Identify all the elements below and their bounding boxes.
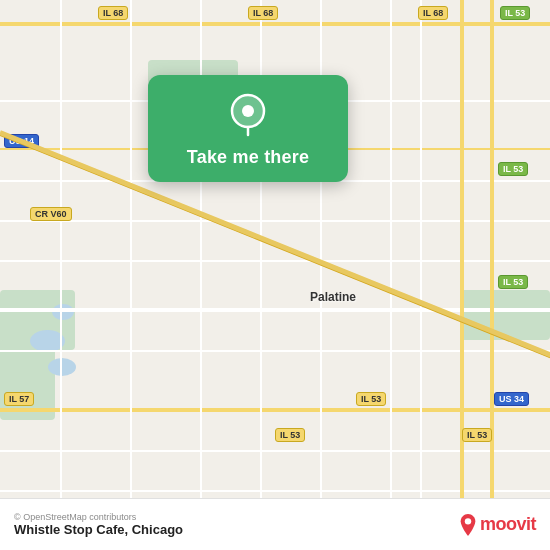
bottom-bar: © OpenStreetMap contributors Whistle Sto… [0,498,550,550]
road-v-7 [420,0,422,550]
water-3 [52,304,74,320]
road-v-1 [60,0,62,550]
road-il53-v [490,0,494,550]
road-h-8 [0,450,550,452]
take-me-there-card[interactable]: Take me there [148,75,348,182]
attribution-text: © OpenStreetMap contributors [14,512,183,522]
road-label-il57: IL 57 [4,392,34,406]
road-label-il53-lower1: IL 53 [356,392,386,406]
road-h-6 [0,260,550,262]
location-title: Whistle Stop Cafe, Chicago [14,522,183,537]
road-label-us34: US 34 [494,392,529,406]
road-label-il68-3: IL 68 [418,6,448,20]
park-area-4 [460,290,550,340]
road-label-il53-3: IL 53 [498,275,528,289]
road-h-major-2 [0,308,550,312]
location-pin-icon [226,93,270,137]
road-h-9 [0,490,550,492]
map-container: IL 68 IL 68 IL 68 IL 53 IL 53 IL 53 US 1… [0,0,550,550]
road-label-il53-lower3: IL 53 [462,428,492,442]
svg-point-2 [465,518,471,524]
moovit-pin-icon [458,514,478,536]
water-2 [48,358,76,376]
road-label-il53-1: IL 53 [500,6,530,20]
palatine-label: Palatine [310,290,356,304]
location-info: © OpenStreetMap contributors Whistle Sto… [14,512,183,537]
road-label-il53-2: IL 53 [498,162,528,176]
road-label-il68-2: IL 68 [248,6,278,20]
take-me-there-label: Take me there [187,147,309,168]
road-label-il68-1: IL 68 [98,6,128,20]
road-label-crv60: CR V60 [30,207,72,221]
road-h-5 [0,220,550,222]
road-il53-v2 [460,0,464,550]
svg-point-1 [242,105,254,117]
road-v-2 [130,0,132,550]
road-il68-h [0,22,550,26]
road-label-il53-lower2: IL 53 [275,428,305,442]
moovit-brand-text: moovit [480,514,536,535]
road-il53-lower-h [0,408,550,412]
road-h-7 [0,350,550,352]
moovit-logo: moovit [458,514,536,536]
road-v-6 [390,0,392,550]
